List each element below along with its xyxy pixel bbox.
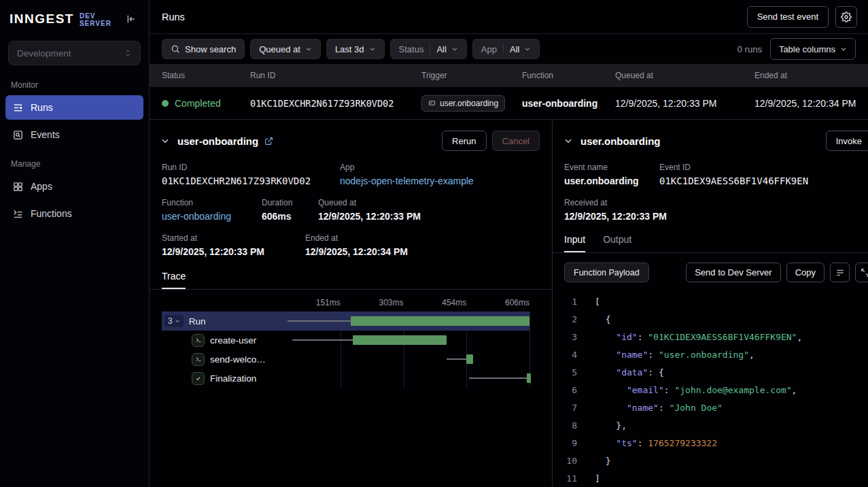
table-row[interactable]: Completed 01KC1DEXCHR2N617Z93RK0VD02 use… xyxy=(150,87,868,119)
queued-at-filter[interactable]: Queued at xyxy=(250,39,321,59)
status-completed-dot xyxy=(162,100,169,107)
environment-select[interactable]: Development xyxy=(8,41,141,65)
sidebar-item-apps[interactable]: Apps xyxy=(5,174,143,199)
collapse-sidebar-icon[interactable] xyxy=(123,11,139,27)
trigger-badge[interactable]: user.onboarding xyxy=(421,95,505,112)
events-icon xyxy=(12,129,24,141)
code-line-content: { xyxy=(577,311,610,329)
manage-section-label: Manage xyxy=(11,159,138,169)
app-label: App xyxy=(340,163,474,172)
line-number: 1 xyxy=(553,293,577,311)
line-number: 4 xyxy=(553,346,577,364)
main-content: Runs Send test event Show search Queued … xyxy=(150,0,868,487)
copy-button[interactable]: Copy xyxy=(786,263,824,282)
run-id-label: Run ID xyxy=(162,163,340,172)
app-link[interactable]: nodejs-open-telemetry-example xyxy=(340,175,474,186)
app-filter[interactable]: App All xyxy=(472,39,540,59)
expand-icon[interactable] xyxy=(855,263,868,282)
sidebar-item-label: Events xyxy=(31,129,60,140)
code-line-content: "email": "john.doe@example.com", xyxy=(577,382,797,399)
topbar-actions: Send test event xyxy=(747,6,857,28)
filter-bar: Show search Queued at Last 3d Status All… xyxy=(150,34,868,64)
detail-split: user-onboarding Rerun Cancel Run ID 01KC… xyxy=(150,119,868,487)
trace-row-label: Finalization xyxy=(210,373,256,384)
trace-wait-send-welcome xyxy=(447,358,467,360)
function-cell: user-onboarding xyxy=(522,98,615,109)
invoke-button[interactable]: Invoke xyxy=(826,131,868,151)
trace-row-finalization[interactable]: Finalization xyxy=(162,369,530,388)
cancel-button[interactable]: Cancel xyxy=(492,131,540,151)
run-id-value: 01KC1DEXCHR2N617Z93RK0VD02 xyxy=(162,175,340,186)
send-test-event-button[interactable]: Send test event xyxy=(747,6,829,28)
word-wrap-icon[interactable] xyxy=(830,263,850,282)
tab-trace[interactable]: Trace xyxy=(162,271,186,289)
time-range-filter[interactable]: Last 3d xyxy=(326,39,385,59)
ended-at-label: Ended at xyxy=(305,233,408,243)
code-line-content: [ xyxy=(577,293,600,311)
trace-waterfall: 151ms 303ms 454ms 606ms 3 xyxy=(162,298,530,388)
run-detail-panel: user-onboarding Rerun Cancel Run ID 01KC… xyxy=(150,120,553,487)
code-line: 7 "name": "John Doe" xyxy=(553,399,868,417)
search-icon xyxy=(171,44,180,54)
trace-row-send-welcome[interactable]: send-welco… xyxy=(162,350,530,369)
environment-value: Development xyxy=(17,48,71,58)
collapse-event-detail-icon[interactable] xyxy=(562,135,574,147)
tick-label: 454ms xyxy=(442,298,466,307)
show-search-button[interactable]: Show search xyxy=(162,39,245,59)
monitor-section-label: Monitor xyxy=(11,80,138,90)
sidebar-item-functions[interactable]: Functions xyxy=(5,201,143,226)
send-to-dev-server-button[interactable]: Send to Dev Server xyxy=(686,263,780,282)
rerun-button[interactable]: Rerun xyxy=(442,131,486,151)
line-number: 6 xyxy=(553,382,577,399)
line-number: 3 xyxy=(553,329,577,346)
function-payload-button[interactable]: Function Payload xyxy=(564,263,649,282)
sidebar-item-label: Apps xyxy=(31,181,52,192)
trace-track xyxy=(277,331,530,350)
code-line-content: }, xyxy=(577,417,627,435)
duration-label: Duration xyxy=(262,198,318,207)
run-title: user-onboarding xyxy=(177,135,258,147)
code-line: 8 }, xyxy=(553,417,868,435)
sidebar-item-events[interactable]: Events xyxy=(5,122,143,147)
payload-toolbar: Function Payload Send to Dev Server Copy xyxy=(553,263,868,282)
line-number: 11 xyxy=(553,470,577,487)
code-line-content: ] xyxy=(577,470,600,487)
settings-button[interactable] xyxy=(835,6,857,28)
function-link[interactable]: user-onboarding xyxy=(162,211,231,222)
trace-row-create-user[interactable]: create-user xyxy=(162,331,530,350)
run-id-cell: 01KC1DEXCHR2N617Z93RK0VD02 xyxy=(250,98,421,109)
event-detail-header: user.onboarding Invoke xyxy=(553,120,868,151)
sidebar-item-label: Functions xyxy=(31,208,72,219)
chevron-down-icon xyxy=(840,46,847,52)
trace-wait-create-user xyxy=(292,339,353,341)
code-line: 9 "ts": 1765279233322 xyxy=(553,435,868,452)
payload-code-editor[interactable]: 1[2 {3 "id": "01KC1DEX9AESS6BF1V46FFK9EN… xyxy=(553,293,868,487)
status-filter[interactable]: Status All xyxy=(390,39,467,59)
trace-bar-run xyxy=(351,316,530,326)
sidebar-item-label: Runs xyxy=(31,102,53,113)
functions-icon xyxy=(12,208,24,220)
chevron-down-icon xyxy=(305,46,312,52)
event-metadata: Event name user.onboarding Event ID 01KC… xyxy=(553,151,868,222)
collapse-run-detail-icon[interactable] xyxy=(159,135,171,147)
table-columns-button[interactable]: Table columns xyxy=(770,38,856,60)
function-label: Function xyxy=(162,198,262,207)
select-updown-icon xyxy=(124,49,132,57)
divider xyxy=(430,44,430,54)
trace-bar-send-welcome xyxy=(466,354,472,364)
queued-at-value: 12/9/2025, 12:20:33 PM xyxy=(318,211,421,222)
external-link-icon[interactable] xyxy=(264,137,273,146)
col-header-status: Status xyxy=(162,71,250,80)
sidebar-item-runs[interactable]: Runs xyxy=(5,95,143,120)
ended-at-cell: 12/9/2025, 12:20:34 PM xyxy=(754,98,868,109)
run-detail-header: user-onboarding Rerun Cancel xyxy=(150,120,552,151)
step-count-chip[interactable]: 3 xyxy=(164,315,184,327)
tab-input[interactable]: Input xyxy=(564,234,585,252)
col-header-function: Function xyxy=(522,71,615,80)
code-line: 3 "id": "01KC1DEX9AESS6BF1V46FFK9EN", xyxy=(553,329,868,346)
tab-output[interactable]: Output xyxy=(603,234,631,252)
code-line: 4 "name": "user.onboarding", xyxy=(553,346,868,364)
trace-row-run[interactable]: 3 Run xyxy=(162,312,530,331)
code-line-content: "ts": 1765279233322 xyxy=(577,435,717,452)
run-actions: Rerun Cancel xyxy=(442,131,540,151)
